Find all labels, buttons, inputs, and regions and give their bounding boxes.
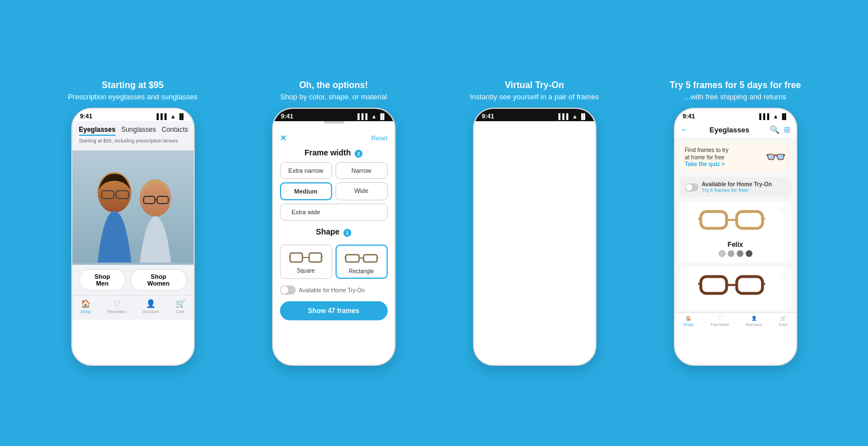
show-frames-button[interactable]: Show 47 frames (280, 301, 388, 320)
nav-account[interactable]: 👤 Account (143, 299, 159, 314)
shape-square[interactable]: Square (280, 245, 332, 279)
home-tryon-info: Available for Home Try-On Try 5 frames f… (702, 181, 772, 193)
panel-4-title: Try 5 frames for 5 days for free (670, 80, 801, 90)
header-icons: 🔍 ⊞ (770, 125, 791, 134)
filter-wide[interactable]: Wide (336, 182, 388, 200)
favorites-icon: ♡ (113, 299, 121, 308)
shape-options: Square Rectangle (273, 245, 394, 282)
nav-cart[interactable]: 🛒 Cart (176, 299, 185, 314)
nav-favorites[interactable]: ♡ Favorites (108, 299, 126, 314)
product-heart-felix[interactable]: ♡ (780, 206, 787, 215)
panel-3-subtitle: Instantly see yourself in a pair of fram… (470, 93, 599, 101)
panel-4: Try 5 frames for 5 days for free ...with… (640, 80, 831, 366)
product-heart-2[interactable]: ♡ (780, 271, 787, 280)
shape-rectangle[interactable]: Rectangle (336, 245, 388, 279)
filter-medium[interactable]: Medium (280, 182, 332, 200)
status-time-4: 9:41 (683, 113, 695, 119)
panel-4-subtitle: ...with free shipping and returns (685, 93, 786, 101)
status-bar-4: 9:41 ▌▌▌ ▲ ▐▌ (675, 109, 796, 121)
phone4-favorites-label: Favorites (710, 322, 729, 327)
svg-point-5 (140, 180, 171, 217)
battery-icon-2: ▐▌ (378, 113, 386, 119)
felix-color-3[interactable] (737, 250, 743, 257)
nav-account-label: Account (143, 309, 159, 314)
filter-frame-width-title: Frame width 2 (273, 146, 394, 162)
promo-info: Find frames to try at home for free Take… (685, 146, 729, 167)
panel-1: Starting at $95 Prescription eyeglasses … (38, 80, 228, 366)
signal-icon-3: ▌▌▌ (558, 113, 570, 119)
phone4-nav-account[interactable]: 👤 Account (746, 316, 762, 327)
svg-rect-10 (309, 253, 322, 262)
home-tryon-toggle-2[interactable] (685, 183, 699, 191)
panel-3: Virtual Try-On Instantly see yourself in… (439, 80, 630, 366)
svg-rect-15 (364, 255, 377, 262)
rectangle-frames-icon (345, 250, 378, 267)
felix-glasses-image (684, 206, 787, 238)
toggle-label: Available for Home Try-On (299, 287, 365, 293)
promo-glasses-icon: 👓 (765, 147, 786, 167)
phone-4: 9:41 ▌▌▌ ▲ ▐▌ ← Eyeglasses 🔍 ⊞ Find fram… (674, 108, 797, 366)
phone1-hero-image (72, 150, 194, 265)
shop-icon: 🏠 (81, 299, 90, 308)
phone1-header: Eyeglasses Sunglasses Contacts Starting … (72, 121, 194, 150)
svg-rect-57 (701, 277, 727, 293)
status-time-3: 9:41 (482, 113, 494, 119)
filter-extra-wide[interactable]: Extra wide (280, 204, 388, 220)
tab-eyeglasses[interactable]: Eyeglasses (79, 126, 116, 136)
nav-favorites-label: Favorites (108, 309, 126, 314)
nav-cart-label: Cart (176, 309, 185, 314)
cart-icon: 🛒 (176, 299, 185, 308)
felix-color-1[interactable] (719, 250, 725, 257)
shop-men-button[interactable]: Shop Men (79, 269, 126, 291)
phone4-nav-shop[interactable]: 🏠 Shop (683, 316, 694, 327)
shop-women-button[interactable]: Shop Women (130, 269, 186, 291)
status-time-2: 9:41 (281, 113, 293, 119)
status-time-1: 9:41 (80, 113, 93, 119)
phone4-header: ← Eyeglasses 🔍 ⊞ (675, 121, 796, 139)
filter-width-badge: 2 (355, 150, 362, 158)
phone1-nav: 🏠 Shop ♡ Favorites 👤 Account 🛒 Cart (72, 295, 194, 320)
home-tryon-toggle[interactable] (280, 286, 296, 295)
felix-color-4[interactable] (746, 250, 752, 257)
panel-3-title: Virtual Try-On (505, 80, 564, 90)
promo-card: Find frames to try at home for free Take… (679, 142, 792, 172)
toggle-knob-2 (686, 184, 692, 191)
filter-narrow[interactable]: Narrow (336, 162, 388, 179)
phone4-shop-label: Shop (683, 322, 694, 327)
promo-link[interactable]: Take the quiz > (685, 161, 729, 167)
felix-colors (684, 250, 787, 257)
phone4-content: ← Eyeglasses 🔍 ⊞ Find frames to try at h… (675, 121, 796, 332)
hero-image-svg (72, 150, 194, 263)
filter-icon[interactable]: ⊞ (784, 125, 791, 134)
wifi-icon-3: ▲ (572, 113, 577, 119)
panel-2-subtitle: Shop by color, shape, or material (280, 93, 387, 101)
tab-sunglasses[interactable]: Sunglasses (121, 126, 156, 136)
filter-reset-button[interactable]: Reset (371, 135, 388, 141)
search-icon[interactable]: 🔍 (770, 125, 779, 134)
battery-icon-3: ▐▌ (579, 113, 587, 119)
back-button[interactable]: ← (681, 125, 690, 135)
filter-extra-narrow[interactable]: Extra narrow (280, 162, 332, 179)
svg-rect-52 (701, 211, 727, 228)
felix-color-2[interactable] (728, 250, 734, 257)
phone4-nav-cart[interactable]: 🛒 Cart (779, 316, 787, 327)
tab-contacts[interactable]: Contacts (162, 126, 188, 136)
home-tryon-banner: Available for Home Try-On Try 5 frames f… (679, 177, 792, 197)
nav-shop[interactable]: 🏠 Shop (80, 299, 91, 314)
filter-close-button[interactable]: ✕ (280, 134, 287, 142)
phone4-nav: 🏠 Shop ♡ Favorites 👤 Account 🛒 Cart (675, 312, 796, 332)
phone-1: 9:41 ▌▌▌ ▲ ▐▌ Eyeglasses Sunglasses Cont… (71, 108, 195, 366)
toggle-knob (281, 286, 288, 294)
filter-drag-handle[interactable] (324, 121, 344, 123)
phone-3: 9:41 ▌▌▌ ▲ ▐▌ (473, 108, 596, 366)
signal-icon-4: ▌▌▌ (759, 113, 771, 119)
wifi-icon-4: ▲ (773, 113, 778, 119)
filter-shape-badge: 1 (343, 229, 351, 237)
filter-header: ✕ Reset (273, 128, 394, 146)
status-icons-4: ▌▌▌ ▲ ▐▌ (759, 113, 788, 119)
phone1-buttons: Shop Men Shop Women (72, 265, 194, 295)
phone-2: 9:41 ▌▌▌ ▲ ▐▌ ✕ Reset Frame width 2 Extr… (272, 108, 396, 366)
status-icons-1: ▌▌▌ ▲ ▐▌ (157, 113, 185, 119)
phone4-nav-favorites[interactable]: ♡ Favorites (710, 316, 729, 327)
shape-square-label: Square (284, 268, 328, 274)
